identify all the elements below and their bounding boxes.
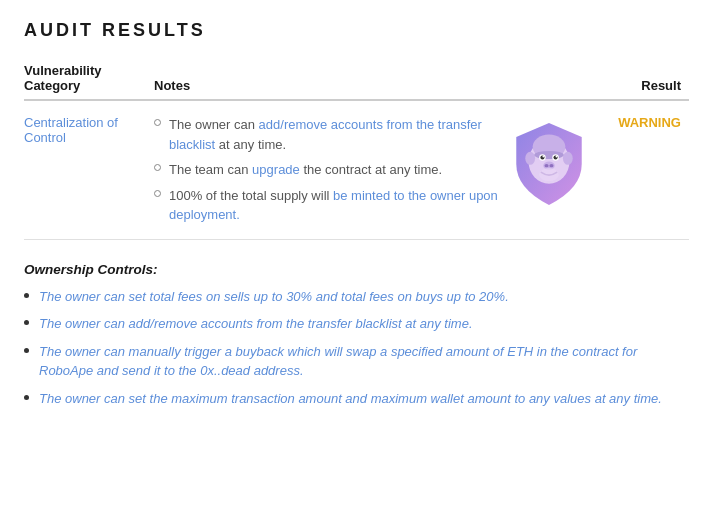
list-item: The owner can add/remove accounts from t… [24, 314, 689, 334]
list-item: The team can upgrade the contract at any… [154, 160, 499, 180]
list-item: 100% of the total supply will be minted … [154, 186, 499, 225]
col-header-notes: Notes [154, 57, 609, 100]
list-item: The owner can manually trigger a buyback… [24, 342, 689, 381]
notes-cell: The owner can add/remove accounts from t… [154, 100, 609, 239]
list-item: The owner can set the maximum transactio… [24, 389, 689, 409]
table-row: Centralization of Control The owner can … [24, 100, 689, 239]
col-header-result: Result [609, 57, 689, 100]
page-title: AUDIT RESULTS [24, 20, 689, 41]
svg-point-2 [525, 152, 535, 165]
audit-table: VulnerabilityCategory Notes Result Centr… [24, 57, 689, 240]
list-item: The owner can add/remove accounts from t… [154, 115, 499, 154]
dot-bullet-icon [24, 348, 29, 353]
shield-logo [499, 115, 599, 209]
notes-list: The owner can add/remove accounts from t… [154, 115, 499, 225]
ownership-list: The owner can set total fees on sells up… [24, 287, 689, 409]
svg-point-12 [545, 164, 549, 167]
svg-point-4 [534, 151, 563, 159]
svg-point-10 [556, 156, 558, 158]
result-badge: WARNING [609, 100, 689, 239]
dot-bullet-icon [24, 293, 29, 298]
vulnerability-category: Centralization of Control [24, 100, 154, 239]
col-header-vulnerability: VulnerabilityCategory [24, 57, 154, 100]
dot-bullet-icon [24, 320, 29, 325]
svg-point-3 [563, 152, 573, 165]
list-item: The owner can set total fees on sells up… [24, 287, 689, 307]
ownership-title: Ownership Controls: [24, 262, 689, 277]
svg-point-13 [549, 164, 553, 167]
svg-point-9 [542, 156, 544, 158]
svg-point-8 [554, 155, 558, 159]
bullet-icon [154, 119, 161, 126]
ownership-section: Ownership Controls: The owner can set to… [24, 258, 689, 409]
bullet-icon [154, 164, 161, 171]
svg-point-14 [539, 168, 559, 181]
dot-bullet-icon [24, 395, 29, 400]
svg-point-7 [540, 155, 544, 159]
bullet-icon [154, 190, 161, 197]
